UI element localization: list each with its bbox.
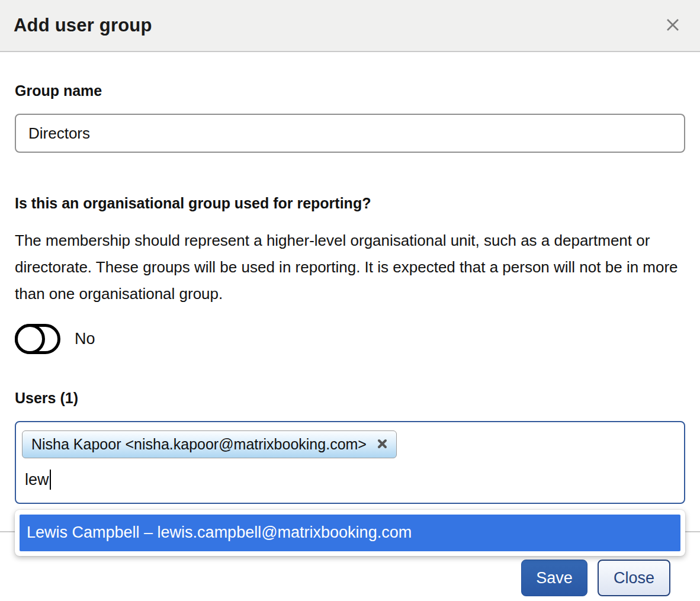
dialog-footer: Save Close <box>15 560 685 596</box>
org-question-label: Is this an organisational group used for… <box>15 195 685 212</box>
group-name-input[interactable] <box>15 114 685 153</box>
text-caret <box>50 470 51 490</box>
users-multiselect-input[interactable]: Nisha Kapoor <nisha.kapoor@matrixbooking… <box>15 421 685 504</box>
close-icon <box>663 15 682 36</box>
save-button[interactable]: Save <box>521 560 587 596</box>
user-chip: Nisha Kapoor <nisha.kapoor@matrixbooking… <box>22 430 397 458</box>
users-label: Users (1) <box>15 390 685 407</box>
add-user-group-dialog: Add user group Group name Is this an org… <box>0 0 700 601</box>
user-search-typed-text: lew <box>25 471 49 489</box>
toggle-knob <box>15 324 45 354</box>
close-button[interactable] <box>661 14 685 37</box>
suggestion-item[interactable]: Lewis Campbell – lewis.campbell@matrixbo… <box>20 515 680 551</box>
user-search-typed-row[interactable]: lew <box>22 468 678 491</box>
org-description-text: The membership should represent a higher… <box>15 227 685 307</box>
dialog-header: Add user group <box>0 0 700 52</box>
chip-remove-button[interactable] <box>377 439 387 451</box>
page-title: Add user group <box>14 15 152 36</box>
org-group-toggle[interactable] <box>15 324 60 354</box>
toggle-state-label: No <box>75 330 95 348</box>
dialog-body: Group name Is this an organisational gro… <box>0 82 700 596</box>
user-suggestions-dropdown: Lewis Campbell – lewis.campbell@matrixbo… <box>15 510 685 556</box>
user-chip-label: Nisha Kapoor <nisha.kapoor@matrixbooking… <box>31 436 367 453</box>
group-name-label: Group name <box>15 82 685 99</box>
org-toggle-row: No <box>15 324 685 354</box>
close-footer-button[interactable]: Close <box>598 560 670 596</box>
remove-x-icon <box>377 439 387 451</box>
